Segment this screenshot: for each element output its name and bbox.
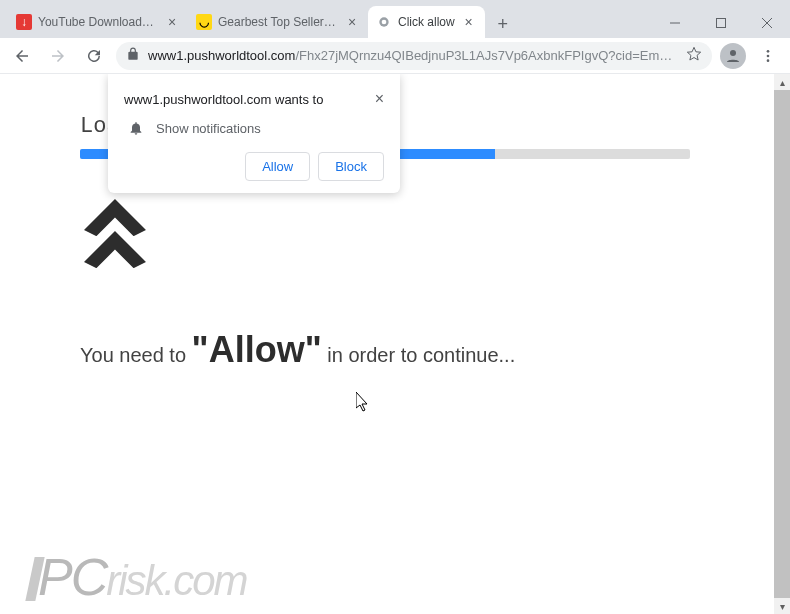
close-icon[interactable]: × — [344, 14, 360, 30]
scroll-down-arrow[interactable]: ▾ — [774, 598, 790, 614]
close-icon[interactable]: × — [375, 90, 384, 108]
svg-point-6 — [730, 50, 736, 56]
maximize-button[interactable] — [698, 8, 744, 38]
reload-button[interactable] — [80, 42, 108, 70]
vertical-scrollbar[interactable]: ▴ ▾ — [774, 74, 790, 614]
page-viewport: www1.pushworldtool.com wants to × Show n… — [0, 74, 790, 614]
forward-button — [44, 42, 72, 70]
double-chevron-up-icon — [84, 199, 710, 269]
notification-permission-popup: www1.pushworldtool.com wants to × Show n… — [108, 74, 400, 193]
svg-point-8 — [767, 54, 770, 57]
smile-icon: ◡ — [196, 14, 212, 30]
svg-point-9 — [767, 59, 770, 62]
bell-icon — [128, 120, 144, 136]
tab-click-allow[interactable]: Click allow × — [368, 6, 485, 38]
window-controls — [652, 8, 790, 38]
lock-icon — [126, 47, 140, 64]
svg-point-1 — [382, 20, 387, 25]
browser-titlebar: ↓ YouTube Downloader - Do × ◡ Gearbest T… — [0, 0, 790, 38]
svg-point-7 — [767, 50, 770, 53]
permission-label: Show notifications — [156, 121, 261, 136]
tab-strip: ↓ YouTube Downloader - Do × ◡ Gearbest T… — [0, 4, 517, 38]
close-window-button[interactable] — [744, 8, 790, 38]
back-button[interactable] — [8, 42, 36, 70]
browser-toolbar: www1.pushworldtool.com/Fhx27jMQrnzu4QIBe… — [0, 38, 790, 74]
tab-title: YouTube Downloader - Do — [38, 15, 158, 29]
page-icon — [376, 14, 392, 30]
popup-origin-text: www1.pushworldtool.com wants to — [124, 92, 323, 107]
instruction-text: You need to "Allow" in order to continue… — [80, 329, 710, 371]
svg-rect-3 — [717, 19, 726, 28]
pcrisk-watermark: PCrisk.com — [30, 551, 247, 604]
tab-gearbest[interactable]: ◡ Gearbest Top Seller - Dive × — [188, 6, 368, 38]
url-text: www1.pushworldtool.com/Fhx27jMQrnzu4QIBe… — [148, 48, 678, 63]
download-icon: ↓ — [16, 14, 32, 30]
tab-title: Gearbest Top Seller - Dive — [218, 15, 338, 29]
menu-button[interactable] — [754, 42, 782, 70]
tab-title: Click allow — [398, 15, 455, 29]
close-icon[interactable]: × — [461, 14, 477, 30]
minimize-button[interactable] — [652, 8, 698, 38]
address-bar[interactable]: www1.pushworldtool.com/Fhx27jMQrnzu4QIBe… — [116, 42, 712, 70]
scroll-up-arrow[interactable]: ▴ — [774, 74, 790, 90]
profile-button[interactable] — [720, 43, 746, 69]
close-icon[interactable]: × — [164, 14, 180, 30]
new-tab-button[interactable]: + — [489, 10, 517, 38]
block-button[interactable]: Block — [318, 152, 384, 181]
scrollbar-thumb[interactable] — [774, 74, 790, 614]
tab-youtube-downloader[interactable]: ↓ YouTube Downloader - Do × — [8, 6, 188, 38]
bookmark-star-icon[interactable] — [686, 46, 702, 65]
allow-button[interactable]: Allow — [245, 152, 310, 181]
